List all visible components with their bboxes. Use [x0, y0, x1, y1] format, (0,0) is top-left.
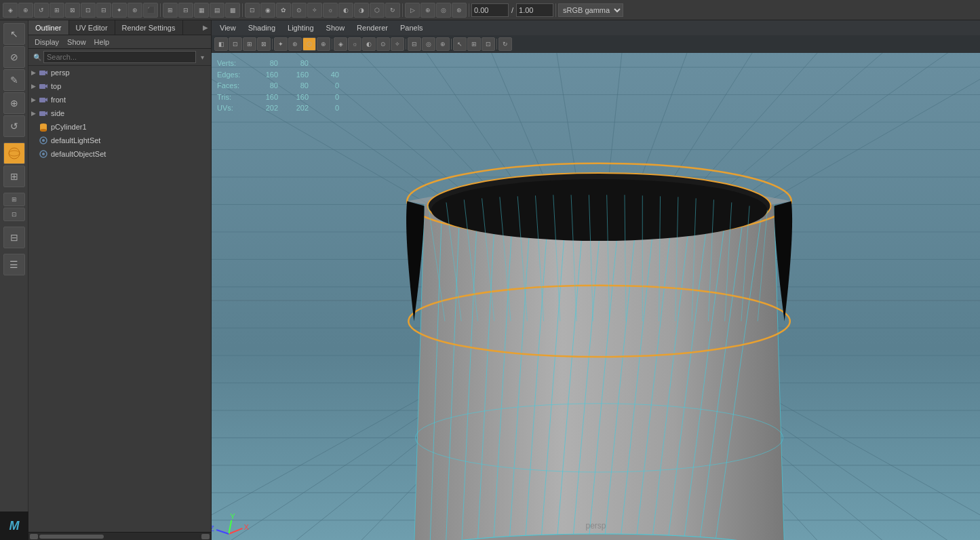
vp-menu-show[interactable]: Show: [321, 22, 351, 33]
paint-tool-btn[interactable]: ✎: [3, 69, 25, 91]
toolbar-btn-12[interactable]: ⊟: [178, 3, 193, 18]
toolbar-btn-rotate[interactable]: ↺: [34, 3, 49, 18]
toolbar-btn-28[interactable]: ◎: [436, 3, 451, 18]
panel-tab-arrow[interactable]: ▶: [200, 20, 211, 35]
tree-item-pcylinder1[interactable]: pCylinder1: [28, 120, 211, 134]
toolbar-btn-21[interactable]: ☼: [323, 3, 338, 18]
toolbar-btn-13[interactable]: ▦: [194, 3, 209, 18]
tree-item-objectset[interactable]: defaultObjectSet: [28, 147, 211, 161]
lasso-tool-btn[interactable]: ⊘: [3, 46, 25, 68]
hud-verts-val1: 80: [254, 58, 278, 69]
vp-btn-15[interactable]: ◎: [422, 37, 435, 51]
tree-label-lightset: defaultLightSet: [51, 136, 100, 144]
vp-btn-12[interactable]: ⊙: [376, 37, 390, 51]
svg-marker-7: [45, 98, 47, 102]
toolbar-btn-scale[interactable]: ⊞: [50, 3, 64, 18]
tree-item-side[interactable]: ▶ side: [28, 107, 211, 120]
vp-menu-panels[interactable]: Panels: [395, 22, 429, 33]
toolbar-btn-27[interactable]: ⊕: [420, 3, 435, 18]
toolbar-btn-10[interactable]: ⬛: [143, 3, 158, 18]
value1-input[interactable]: 0.00: [471, 3, 509, 17]
menu-help[interactable]: Help: [91, 37, 113, 47]
vp-btn-wire[interactable]: ⬡: [302, 37, 316, 51]
vp-btn-5[interactable]: ✦: [274, 37, 288, 51]
toolbar-btn-18[interactable]: ✿: [276, 3, 291, 18]
outliner-panel: Outliner UV Editor Render Settings ▶ Dis…: [28, 20, 212, 540]
tree-label-objectset: defaultObjectSet: [51, 150, 106, 158]
vp-btn-1[interactable]: ◧: [214, 37, 228, 51]
menu-display[interactable]: Display: [31, 37, 62, 47]
tree-label-cyl: pCylinder1: [51, 123, 87, 131]
vp-btn-9[interactable]: ◈: [334, 37, 347, 51]
toolbar-btn-select[interactable]: ◈: [3, 3, 18, 18]
toolbar-btn-19[interactable]: ⊙: [292, 3, 307, 18]
toolbar-btn-29[interactable]: ⊛: [452, 3, 467, 18]
tab-uv-editor[interactable]: UV Editor: [69, 20, 115, 35]
tree-item-front[interactable]: ▶ front: [28, 93, 211, 107]
vp-menu-shading[interactable]: Shading: [243, 22, 281, 33]
toolbar-btn-25[interactable]: ↻: [385, 3, 400, 18]
clear-search-btn[interactable]: ▾: [196, 51, 208, 63]
multi-select-btn[interactable]: ⊞: [3, 166, 25, 187]
toolbar-btn-7[interactable]: ⊟: [96, 3, 111, 18]
vp-btn-2[interactable]: ⊡: [229, 37, 242, 51]
sphere-tool-btn[interactable]: [3, 142, 25, 164]
toolbar-btn-11[interactable]: ⊞: [163, 3, 178, 18]
toolbar-btn-17[interactable]: ◉: [260, 3, 275, 18]
vp-btn-20[interactable]: ↻: [498, 37, 512, 51]
tree-label-top: top: [51, 82, 61, 90]
vp-menu-renderer[interactable]: Renderer: [351, 22, 393, 33]
value2-input[interactable]: 1.00: [516, 3, 553, 17]
vp-btn-10[interactable]: ☼: [348, 37, 361, 51]
toolbar-btn-26[interactable]: ▷: [405, 3, 420, 18]
grid-btn-a[interactable]: ⊞: [3, 193, 25, 206]
tab-outliner[interactable]: Outliner: [28, 20, 69, 35]
hud-edges-val2: 160: [285, 69, 309, 81]
menu-show[interactable]: Show: [64, 37, 90, 47]
toolbar-btn-24[interactable]: ⬡: [370, 3, 385, 18]
search-input[interactable]: [43, 51, 196, 63]
list-btn[interactable]: ☰: [3, 254, 25, 275]
vp-menu-view[interactable]: View: [214, 22, 241, 33]
vp-btn-8[interactable]: ⊕: [317, 37, 330, 51]
tree-item-top[interactable]: ▶ top: [28, 79, 211, 93]
svg-point-92: [431, 179, 768, 241]
toolbar-btn-16[interactable]: ⊡: [245, 3, 260, 18]
tab-render-settings[interactable]: Render Settings: [115, 20, 183, 35]
vp-btn-14[interactable]: ⊟: [408, 37, 421, 51]
camera-icon-top: [38, 81, 49, 91]
toolbar-btn-15[interactable]: ▩: [225, 3, 240, 18]
hud-uvs-val2: 202: [285, 102, 309, 114]
rotate-tool-btn[interactable]: ↺: [3, 115, 25, 137]
adjust-btn[interactable]: ⊟: [3, 227, 25, 248]
toolbar-btn-6[interactable]: ⊡: [81, 3, 96, 18]
hud-edges-val3: 40: [315, 69, 339, 81]
vp-btn-18[interactable]: ⊞: [467, 37, 481, 51]
vp-btn-3[interactable]: ⊞: [243, 37, 256, 51]
select-tool-btn[interactable]: ↖: [3, 23, 25, 45]
toolbar-btn-9[interactable]: ⊛: [128, 3, 142, 18]
toolbar-btn-20[interactable]: ✧: [307, 3, 322, 18]
vp-btn-13[interactable]: ✧: [391, 37, 404, 51]
vp-btn-11[interactable]: ◐: [362, 37, 376, 51]
toolbar-btn-14[interactable]: ▤: [210, 3, 224, 18]
vp-btn-4[interactable]: ⊠: [257, 37, 271, 51]
tree-item-lightset[interactable]: defaultLightSet: [28, 134, 211, 147]
vp-btn-19[interactable]: ⊡: [482, 37, 495, 51]
grid-btn-b[interactable]: ⊡: [3, 208, 25, 221]
transform-tool-btn[interactable]: ⊕: [3, 92, 25, 114]
toolbar-btn-move[interactable]: ⊕: [18, 3, 33, 18]
viewport[interactable]: View Shading Lighting Show Renderer Pane…: [212, 20, 980, 540]
toolbar-btn-23[interactable]: ◑: [354, 3, 369, 18]
outliner-hscrollbar[interactable]: [28, 532, 211, 540]
vp-btn-16[interactable]: ⊕: [436, 37, 450, 51]
toolbar-btn-22[interactable]: ◐: [338, 3, 353, 18]
vp-btn-6[interactable]: ⊛: [288, 37, 302, 51]
vp-btn-17[interactable]: ↖: [453, 37, 467, 51]
svg-rect-8: [39, 111, 45, 116]
toolbar-btn-5[interactable]: ⊠: [65, 3, 80, 18]
toolbar-btn-8[interactable]: ✦: [112, 3, 127, 18]
vp-menu-lighting[interactable]: Lighting: [282, 22, 319, 33]
color-space-select[interactable]: sRGB gamma: [558, 3, 623, 17]
tree-item-persp[interactable]: ▶ persp: [28, 66, 211, 79]
